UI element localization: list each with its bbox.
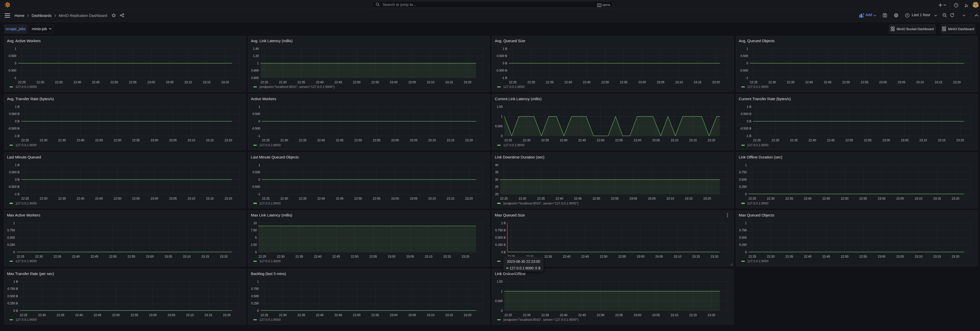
svg-text:23:10: 23:10: [428, 138, 436, 142]
svg-text:22:45: 22:45: [827, 138, 835, 142]
svg-text:23:15: 23:15: [689, 313, 697, 317]
svg-text:22:25: 22:25: [261, 81, 268, 84]
svg-text:22:45: 22:45: [336, 197, 344, 201]
svg-text:23:15: 23:15: [933, 197, 941, 201]
svg-text:22:55: 22:55: [371, 313, 379, 317]
svg-text:23:15: 23:15: [692, 255, 700, 258]
svg-text:22:35: 22:35: [56, 313, 64, 317]
svg-text:22:35: 22:35: [298, 81, 305, 84]
svg-text:22:45: 22:45: [332, 255, 340, 258]
svg-text:22:35: 22:35: [785, 197, 793, 201]
svg-text:22:25: 22:25: [20, 313, 27, 317]
svg-text:23:10: 23:10: [675, 81, 683, 84]
svg-text:23:20: 23:20: [223, 313, 231, 317]
svg-text:1: 1: [258, 163, 260, 167]
svg-text:22:30: 22:30: [280, 138, 288, 142]
svg-text:22:25: 22:25: [261, 313, 268, 317]
svg-text:22:45: 22:45: [822, 197, 830, 201]
svg-text:22:35: 22:35: [299, 138, 307, 142]
svg-text:20: 20: [495, 193, 499, 196]
svg-text:23:00: 23:00: [634, 138, 641, 142]
svg-text:23:05: 23:05: [167, 313, 175, 317]
svg-text:23:20: 23:20: [221, 81, 229, 84]
svg-text:0: 0: [745, 193, 747, 196]
svg-text:23:00: 23:00: [882, 138, 890, 142]
svg-text:22:35: 22:35: [546, 81, 554, 84]
svg-text:22:45: 22:45: [824, 81, 831, 84]
svg-text:23:15: 23:15: [206, 197, 214, 201]
svg-text:23:20: 23:20: [224, 197, 232, 201]
svg-text:23:05: 23:05: [648, 197, 655, 201]
svg-text:23:10: 23:10: [183, 255, 191, 258]
svg-text:23:00: 23:00: [151, 138, 158, 142]
svg-text:23:10: 23:10: [919, 138, 927, 142]
svg-text:22:55: 22:55: [369, 255, 377, 258]
svg-text:0.750: 0.750: [739, 171, 747, 174]
svg-text:23:00: 23:00: [634, 313, 641, 317]
svg-text:23:05: 23:05: [410, 197, 417, 201]
svg-text:0.250: 0.250: [7, 243, 15, 247]
svg-text:23:10: 23:10: [667, 197, 674, 201]
svg-text:22:35: 22:35: [296, 255, 303, 258]
svg-text:-1 B: -1 B: [746, 134, 751, 138]
svg-text:0: 0: [255, 250, 257, 254]
svg-text:22:35: 22:35: [58, 138, 66, 142]
svg-text:23:15: 23:15: [685, 197, 693, 201]
svg-text:22:45: 22:45: [581, 255, 589, 258]
svg-text:25: 25: [495, 185, 499, 189]
svg-text:23:00: 23:00: [151, 197, 158, 201]
svg-text:23:20: 23:20: [713, 81, 720, 84]
svg-text:22:25: 22:25: [504, 313, 512, 317]
svg-text:5: 5: [255, 236, 257, 239]
svg-text:0 B: 0 B: [503, 62, 508, 65]
svg-text:23:15: 23:15: [694, 81, 702, 84]
svg-text:22:30: 22:30: [40, 197, 47, 201]
svg-text:22:50: 22:50: [113, 138, 121, 142]
svg-text:0.250: 0.250: [739, 243, 747, 247]
svg-text:23:10: 23:10: [916, 81, 924, 84]
svg-text:23:15: 23:15: [203, 81, 210, 84]
svg-text:23:05: 23:05: [406, 255, 414, 258]
svg-text:-0.500: -0.500: [740, 69, 748, 72]
svg-text:22:25: 22:25: [753, 138, 761, 142]
svg-text:0.250: 0.250: [251, 302, 259, 305]
svg-text:22:35: 22:35: [541, 138, 549, 142]
svg-text:22:50: 22:50: [354, 138, 362, 142]
svg-text:22:25: 22:25: [500, 197, 508, 201]
svg-text:23:10: 23:10: [186, 313, 194, 317]
svg-text:-0.500: -0.500: [251, 127, 260, 130]
svg-text:22:50: 22:50: [845, 138, 853, 142]
svg-text:23:20: 23:20: [956, 138, 964, 142]
svg-text:22:45: 22:45: [94, 313, 101, 317]
svg-text:23:10: 23:10: [428, 197, 436, 201]
svg-text:22:55: 22:55: [620, 81, 627, 84]
svg-text:23:20: 23:20: [703, 197, 711, 201]
svg-text:23:00: 23:00: [391, 197, 399, 201]
svg-text:22:35: 22:35: [541, 313, 549, 317]
svg-text:23:15: 23:15: [445, 313, 453, 317]
svg-text:22:45: 22:45: [336, 138, 344, 142]
svg-text:-0.500 B: -0.500 B: [496, 69, 507, 72]
svg-text:1.50: 1.50: [496, 105, 503, 109]
svg-text:0.750 B: 0.750 B: [7, 287, 18, 291]
svg-text:23:15: 23:15: [934, 81, 942, 84]
svg-text:0.500 B: 0.500 B: [495, 236, 506, 239]
svg-text:22:35: 22:35: [53, 255, 61, 258]
svg-text:22:25: 22:25: [18, 81, 25, 84]
svg-text:-1: -1: [258, 134, 260, 138]
svg-text:23:05: 23:05: [901, 138, 908, 142]
svg-text:0 B: 0 B: [13, 309, 18, 313]
svg-text:22:55: 22:55: [371, 81, 379, 84]
svg-text:22:30: 22:30: [767, 255, 775, 258]
svg-text:23:15: 23:15: [205, 313, 212, 317]
svg-text:23:15: 23:15: [206, 138, 214, 142]
svg-text:22:30: 22:30: [279, 313, 286, 317]
svg-text:22:30: 22:30: [40, 138, 47, 142]
svg-text:0.600: 0.600: [251, 76, 259, 80]
svg-text:23:20: 23:20: [708, 313, 716, 317]
svg-text:23:10: 23:10: [915, 255, 922, 258]
svg-text:-1 B: -1 B: [14, 134, 19, 138]
svg-text:22:25: 22:25: [262, 197, 270, 201]
svg-text:22:25: 22:25: [17, 255, 24, 258]
svg-text:22:30: 22:30: [772, 138, 779, 142]
